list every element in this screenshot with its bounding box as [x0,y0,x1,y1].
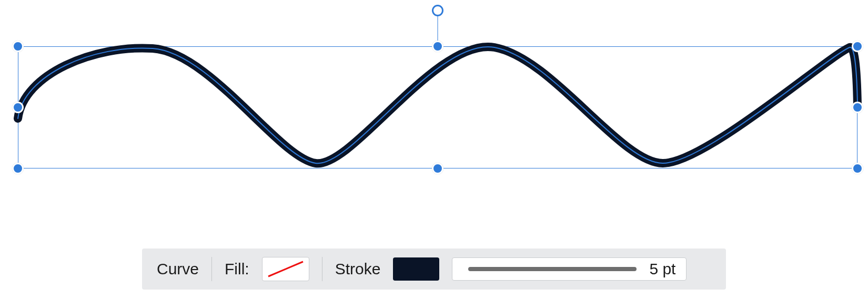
shape-properties-toolbar: Curve Fill: Stroke 5 pt [142,249,726,290]
selection-handle-top-middle[interactable] [432,41,443,52]
selection-handle-bottom-middle[interactable] [432,163,443,174]
stroke-label: Stroke [335,260,381,278]
selection-handle-middle-left[interactable] [12,102,24,113]
separator [322,257,322,281]
selection-handle-top-left[interactable] [12,41,24,52]
selection-handle-bottom-right[interactable] [852,163,863,174]
stroke-weight-value: 5 pt [649,260,675,278]
stroke-weight-preview-line [468,267,637,271]
stroke-color-swatch[interactable] [393,257,439,281]
selection-handle-middle-right[interactable] [852,102,863,113]
selection-handle-bottom-left[interactable] [12,163,24,174]
separator [211,257,212,281]
stroke-weight-picker[interactable]: 5 pt [452,257,687,281]
rotation-handle[interactable] [432,5,443,16]
fill-color-swatch[interactable] [262,257,309,281]
no-fill-icon [265,260,306,279]
fill-label: Fill: [225,260,249,278]
svg-line-0 [268,262,303,276]
shape-type-label: Curve [157,260,199,278]
selection-handle-top-right[interactable] [852,41,863,52]
drawing-canvas[interactable] [0,0,868,200]
